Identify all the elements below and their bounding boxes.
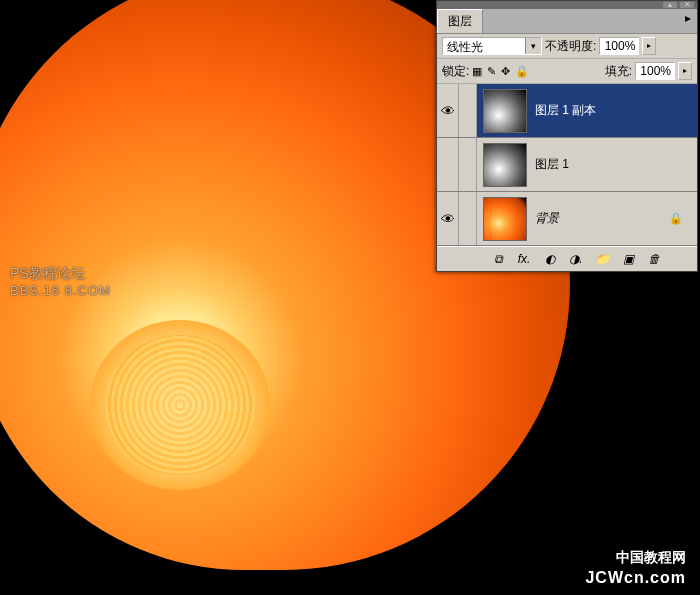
layer-content[interactable]: 图层 1 副本: [477, 84, 697, 137]
watermark-url1: BBS.16 8.COM: [10, 283, 111, 298]
link-column[interactable]: [459, 138, 477, 191]
visibility-toggle[interactable]: 👁: [437, 84, 459, 137]
layer-thumbnail[interactable]: [483, 197, 527, 241]
eye-icon: 👁: [441, 103, 455, 119]
layer-name-label[interactable]: 图层 1 副本: [535, 102, 596, 119]
trash-icon[interactable]: 🗑: [642, 250, 666, 268]
blend-mode-value: 线性光: [443, 38, 525, 54]
fill-label: 填充:: [605, 63, 632, 80]
visibility-toggle[interactable]: 👁: [437, 192, 459, 245]
layer-list: 👁 图层 1 副本 图层 1 👁 背景 🔒: [437, 84, 697, 246]
close-icon[interactable]: ✕: [680, 2, 694, 8]
visibility-toggle[interactable]: [437, 138, 459, 191]
watermark-forum: PS教程论坛: [10, 265, 85, 283]
panel-tabs: 图层 ▸: [437, 9, 697, 34]
mask-icon[interactable]: ◐: [538, 250, 562, 268]
lock-position-icon[interactable]: ✥: [501, 65, 510, 78]
chevron-down-icon[interactable]: ▾: [525, 38, 541, 54]
watermark-brand: 中国教程网: [616, 549, 686, 567]
link-column[interactable]: [459, 192, 477, 245]
panel-titlebar: ▴ ✕: [437, 1, 697, 9]
lock-transparency-icon[interactable]: ▦: [472, 65, 482, 78]
lock-buttons: ▦ ✎ ✥ 🔒: [472, 65, 529, 78]
fill-input[interactable]: 100%: [635, 62, 675, 80]
adjustment-icon[interactable]: ◑.: [564, 250, 588, 268]
lock-icon: 🔒: [669, 212, 683, 225]
layer-row[interactable]: 👁 背景 🔒: [437, 192, 697, 246]
blend-mode-dropdown[interactable]: 线性光 ▾: [442, 37, 542, 55]
link-column[interactable]: [459, 84, 477, 137]
new-layer-icon[interactable]: ▣: [616, 250, 640, 268]
folder-icon[interactable]: 📁: [590, 250, 614, 268]
lock-label: 锁定:: [442, 63, 469, 80]
fx-icon[interactable]: fx.: [512, 250, 536, 268]
opacity-flyout-icon[interactable]: ▸: [642, 37, 656, 55]
layer-name-label[interactable]: 背景: [535, 210, 559, 227]
layer-row[interactable]: 图层 1: [437, 138, 697, 192]
lock-all-icon[interactable]: 🔒: [515, 65, 529, 78]
layer-name-label[interactable]: 图层 1: [535, 156, 569, 173]
flower-center: [90, 320, 270, 490]
layer-thumbnail[interactable]: [483, 143, 527, 187]
layer-thumbnail[interactable]: [483, 89, 527, 133]
tab-layers[interactable]: 图层: [437, 9, 483, 33]
eye-icon: 👁: [441, 211, 455, 227]
fill-flyout-icon[interactable]: ▸: [678, 62, 692, 80]
layers-panel: ▴ ✕ 图层 ▸ 线性光 ▾ 不透明度: 100% ▸ 锁定: ▦ ✎ ✥ 🔒 …: [436, 0, 698, 272]
watermark-url2: JCWcn.com: [585, 569, 686, 587]
minimize-icon[interactable]: ▴: [663, 2, 677, 8]
link-layers-icon[interactable]: ⧉: [486, 250, 510, 268]
opacity-input[interactable]: 100%: [599, 37, 639, 55]
layer-row[interactable]: 👁 图层 1 副本: [437, 84, 697, 138]
panel-footer: ⧉ fx. ◐ ◑. 📁 ▣ 🗑: [437, 246, 697, 271]
layer-content[interactable]: 图层 1: [477, 138, 697, 191]
lock-pixels-icon[interactable]: ✎: [487, 65, 496, 78]
lock-row: 锁定: ▦ ✎ ✥ 🔒 填充: 100% ▸: [437, 59, 697, 84]
panel-menu-icon[interactable]: ▸: [679, 9, 697, 33]
opacity-label: 不透明度:: [545, 38, 596, 55]
blend-row: 线性光 ▾ 不透明度: 100% ▸: [437, 34, 697, 59]
layer-content[interactable]: 背景 🔒: [477, 192, 697, 245]
